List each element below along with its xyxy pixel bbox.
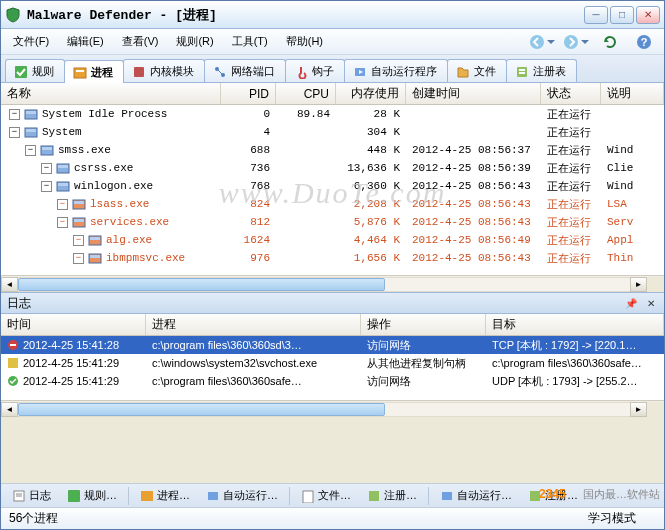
svg-rect-19 xyxy=(26,129,36,132)
nav-forward-button[interactable] xyxy=(561,31,591,53)
tab-kernel-modules[interactable]: 内核模块 xyxy=(123,59,205,82)
process-row[interactable]: −System Idle Process089.8428 K正在运行 xyxy=(1,105,664,123)
log-table-body: 2012-4-25 15:41:28c:\program files\360\3… xyxy=(1,336,664,400)
process-pid: 768 xyxy=(221,180,276,192)
tab-hooks[interactable]: 钩子 xyxy=(285,59,345,82)
tab-hooks-label: 钩子 xyxy=(312,64,334,79)
tab-autoruns[interactable]: 自动运行程序 xyxy=(344,59,448,82)
process-pid: 824 xyxy=(221,198,276,210)
bottom-tab-files[interactable]: 文件… xyxy=(294,485,358,506)
log-col-proc[interactable]: 进程 xyxy=(146,314,361,335)
process-row[interactable]: −winlogon.exe7686,360 K2012-4-25 08:56:4… xyxy=(1,177,664,195)
menu-file[interactable]: 文件(F) xyxy=(5,31,57,52)
tree-toggle-icon[interactable]: − xyxy=(57,217,68,228)
pin-icon[interactable]: 📌 xyxy=(624,296,638,310)
tab-processes[interactable]: 进程 xyxy=(64,60,124,83)
menu-edit[interactable]: 编辑(E) xyxy=(59,31,112,52)
process-mem: 6,360 K xyxy=(336,180,406,192)
log-col-tgt[interactable]: 目标 xyxy=(486,314,664,335)
log-scroll-track[interactable] xyxy=(18,402,630,417)
process-cpu: 89.84 xyxy=(276,108,336,120)
process-name: smss.exe xyxy=(58,144,111,156)
titlebar: Malware Defender - [进程] ─ □ ✕ xyxy=(1,1,664,29)
bottom-tab-autoruns[interactable]: 自动运行… xyxy=(199,485,285,506)
tree-toggle-icon[interactable]: − xyxy=(9,127,20,138)
col-status[interactable]: 状态 xyxy=(541,83,601,104)
menu-view[interactable]: 查看(V) xyxy=(114,31,167,52)
bottom-tab-rules[interactable]: 规则… xyxy=(60,485,124,506)
process-pid: 4 xyxy=(221,126,276,138)
bottom-tab-processes[interactable]: 进程… xyxy=(133,485,197,506)
log-scroll-right-arrow[interactable]: ► xyxy=(630,402,647,417)
log-row[interactable]: 2012-4-25 15:41:29c:\windows\system32\sv… xyxy=(1,354,664,372)
log-scroll-left-arrow[interactable]: ◄ xyxy=(1,402,18,417)
process-row[interactable]: −smss.exe688448 K2012-4-25 08:56:37正在运行W… xyxy=(1,141,664,159)
process-row[interactable]: −csrss.exe73613,636 K2012-4-25 08:56:39正… xyxy=(1,159,664,177)
menu-tools[interactable]: 工具(T) xyxy=(224,31,276,52)
menubar: 文件(F) 编辑(E) 查看(V) 规则(R) 工具(T) 帮助(H) ? xyxy=(1,29,664,55)
menu-rules[interactable]: 规则(R) xyxy=(168,31,221,52)
nav-back-button[interactable] xyxy=(527,31,557,53)
process-row[interactable]: −ibmpmsvc.exe9761,656 K2012-4-25 08:56:4… xyxy=(1,249,664,267)
col-cpu[interactable]: CPU xyxy=(276,83,336,104)
process-desc: Serv xyxy=(601,216,664,228)
autoruns-icon xyxy=(206,489,220,503)
help-button[interactable]: ? xyxy=(629,31,659,53)
tree-toggle-icon[interactable]: − xyxy=(25,145,36,156)
bottom-tab-registry[interactable]: 注册… xyxy=(360,485,424,506)
processes-icon xyxy=(73,66,87,80)
col-mem[interactable]: 内存使用 xyxy=(336,83,406,104)
tab-registry[interactable]: 注册表 xyxy=(506,59,577,82)
process-row[interactable]: −services.exe8125,876 K2012-4-25 08:56:4… xyxy=(1,213,664,231)
menu-help[interactable]: 帮助(H) xyxy=(278,31,331,52)
maximize-button[interactable]: □ xyxy=(610,6,634,24)
process-name: System xyxy=(42,126,82,138)
svg-rect-42 xyxy=(141,491,153,501)
log-col-op[interactable]: 操作 xyxy=(361,314,486,335)
scroll-left-arrow[interactable]: ◄ xyxy=(1,277,18,292)
scroll-thumb[interactable] xyxy=(18,278,385,291)
svg-rect-46 xyxy=(442,492,452,500)
svg-rect-14 xyxy=(519,69,525,71)
scroll-track[interactable] xyxy=(18,277,630,292)
log-row[interactable]: 2012-4-25 15:41:28c:\program files\360\3… xyxy=(1,336,664,354)
process-time: 2012-4-25 08:56:43 xyxy=(406,216,541,228)
horizontal-scrollbar[interactable]: ◄ ► xyxy=(1,275,664,292)
close-button[interactable]: ✕ xyxy=(636,6,660,24)
log-horizontal-scrollbar[interactable]: ◄ ► xyxy=(1,400,664,417)
col-pid[interactable]: PID xyxy=(221,83,276,104)
tree-toggle-icon[interactable]: − xyxy=(41,163,52,174)
tree-toggle-icon[interactable]: − xyxy=(73,253,84,264)
scroll-right-arrow[interactable]: ► xyxy=(630,277,647,292)
log-row[interactable]: 2012-4-25 15:41:29c:\program files\360\3… xyxy=(1,372,664,390)
log-tgt: c:\program files\360\360safe… xyxy=(486,357,664,369)
process-mem: 1,656 K xyxy=(336,252,406,264)
process-time: 2012-4-25 08:56:39 xyxy=(406,162,541,174)
tree-toggle-icon[interactable]: − xyxy=(9,109,20,120)
log-scroll-thumb[interactable] xyxy=(18,403,385,416)
col-name[interactable]: 名称 xyxy=(1,83,221,104)
log-col-time[interactable]: 时间 xyxy=(1,314,146,335)
process-row[interactable]: −System4304 K正在运行 xyxy=(1,123,664,141)
bottom-tab-autoruns2[interactable]: 自动运行… xyxy=(433,485,519,506)
process-row[interactable]: −lsass.exe8242,208 K2012-4-25 08:56:43正在… xyxy=(1,195,664,213)
refresh-button[interactable] xyxy=(595,31,625,53)
bottom-tab-log[interactable]: 日志 xyxy=(5,485,58,506)
process-desc: Thin xyxy=(601,252,664,264)
scroll-corner xyxy=(647,277,664,292)
bottom-toolbar: 日志 规则… 进程… 自动运行… 文件… 注册… 自动运行… xyxy=(1,483,664,507)
process-desc: Wind xyxy=(601,180,664,192)
tab-rules[interactable]: 规则 xyxy=(5,59,65,82)
process-row[interactable]: −alg.exe16244,464 K2012-4-25 08:56:49正在运… xyxy=(1,231,664,249)
tree-toggle-icon[interactable]: − xyxy=(73,235,84,246)
tab-files[interactable]: 文件 xyxy=(447,59,507,82)
process-pid: 976 xyxy=(221,252,276,264)
tree-toggle-icon[interactable]: − xyxy=(41,181,52,192)
col-time[interactable]: 创建时间 xyxy=(406,83,541,104)
col-desc[interactable]: 说明 xyxy=(601,83,664,104)
minimize-button[interactable]: ─ xyxy=(584,6,608,24)
tree-toggle-icon[interactable]: − xyxy=(57,199,68,210)
close-log-icon[interactable]: ✕ xyxy=(644,296,658,310)
process-mem: 4,464 K xyxy=(336,234,406,246)
tab-network-ports[interactable]: 网络端口 xyxy=(204,59,286,82)
